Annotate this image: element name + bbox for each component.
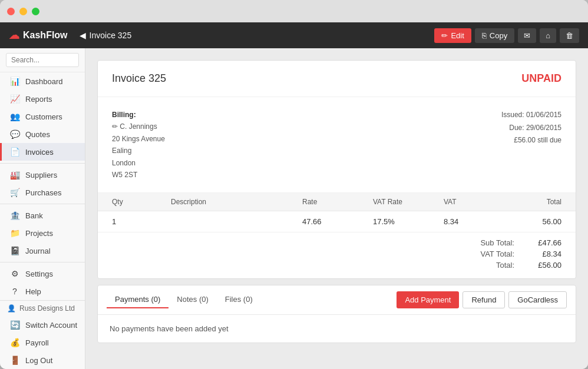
- payroll-icon: 💰: [9, 338, 21, 347]
- payments-tabs-bar: Payments (0) Notes (0) Files (0) Add Pay…: [98, 285, 576, 315]
- sidebar-bottom: 👤 Russ Designs Ltd 🔄 Switch Account 💰 Pa…: [0, 300, 85, 369]
- email-icon: ✉: [524, 31, 530, 40]
- billing-address4: W5 2ST: [112, 169, 165, 181]
- sidebar-item-dashboard[interactable]: 📊 Dashboard: [0, 72, 85, 90]
- total-row-final: Total: £56.00: [467, 261, 561, 270]
- search-input[interactable]: [6, 53, 79, 67]
- maximize-button[interactable]: [32, 8, 39, 15]
- delete-button[interactable]: 🗑: [560, 28, 579, 43]
- billing-address3: London: [112, 157, 165, 169]
- sidebar-divider-3: [0, 262, 85, 262]
- quotes-icon: 💬: [9, 129, 21, 139]
- subtotal-label: Sub Total:: [467, 238, 514, 247]
- payments-actions: Add Payment Refund GoCardless: [397, 291, 567, 308]
- invoice-card: Invoice 325 UNPAID Billing: ✏ C. Jenning…: [97, 60, 576, 279]
- invoices-icon: 📄: [9, 147, 21, 157]
- projects-icon: 📁: [9, 228, 21, 238]
- home-button[interactable]: ⌂: [540, 28, 556, 43]
- sidebar-item-purchases[interactable]: 🛒 Purchases: [0, 184, 85, 201]
- invoice-header: Invoice 325 UNPAID: [98, 61, 576, 97]
- tab-payments[interactable]: Payments (0): [107, 291, 169, 308]
- topbar: ☁ KashFlow ◀ Invoice 325 ✏ Edit ⎘ Copy ✉…: [0, 22, 588, 48]
- suppliers-icon: 🏭: [9, 170, 21, 179]
- cell-total: 56.00: [503, 217, 561, 226]
- back-button[interactable]: ◀: [80, 31, 86, 40]
- refund-button[interactable]: Refund: [463, 291, 505, 308]
- gocardless-button[interactable]: GoCardless: [508, 291, 567, 308]
- sidebar-item-logout[interactable]: 🚪 Log Out: [0, 351, 85, 369]
- settings-icon: ⚙: [9, 269, 21, 278]
- main-content: Invoice 325 UNPAID Billing: ✏ C. Jenning…: [85, 48, 588, 369]
- brand-icon: ☁: [9, 29, 19, 42]
- email-button[interactable]: ✉: [518, 28, 536, 43]
- brand-name: KashFlow: [23, 30, 68, 41]
- tab-files[interactable]: Files (0): [217, 291, 261, 308]
- sidebar-item-reports[interactable]: 📈 Reports: [0, 90, 85, 108]
- table-totals: Sub Total: £47.66 VAT Total: £8.34 Total…: [98, 232, 576, 278]
- journal-icon: 📓: [9, 246, 21, 255]
- cell-rate: 47.66: [302, 217, 373, 226]
- sidebar-item-bank[interactable]: 🏦 Bank: [0, 207, 85, 224]
- sidebar: 📊 Dashboard 📈 Reports 👥 Customers 💬 Quot…: [0, 48, 85, 369]
- col-total: Total: [503, 198, 561, 206]
- invoice-table: Qty Description Rate VAT Rate VAT Total …: [98, 193, 576, 278]
- tab-notes[interactable]: Notes (0): [169, 291, 216, 308]
- invoice-due: Due: 29/06/2015: [501, 122, 561, 135]
- topbar-actions: ✏ Edit ⎘ Copy ✉ ⌂ 🗑: [434, 28, 579, 43]
- cell-vat: 8.34: [444, 217, 503, 226]
- add-payment-button[interactable]: Add Payment: [397, 291, 459, 308]
- sidebar-divider-1: [0, 163, 85, 164]
- billing-address: Billing: ✏ C. Jennings 20 Kings Avenue E…: [112, 109, 165, 181]
- reports-icon: 📈: [9, 94, 21, 104]
- sidebar-item-switch-account[interactable]: 🔄 Switch Account: [0, 316, 85, 334]
- invoice-billing: Billing: ✏ C. Jennings 20 Kings Avenue E…: [98, 97, 576, 193]
- sidebar-item-invoices[interactable]: 📄 Invoices: [0, 143, 85, 161]
- edit-icon: ✏: [441, 31, 448, 40]
- total-value: £56.00: [526, 261, 561, 270]
- total-label: Total:: [467, 261, 514, 270]
- help-icon: ?: [9, 287, 21, 296]
- subtotal-value: £47.66: [526, 238, 561, 247]
- vat-total-label: VAT Total:: [467, 250, 514, 258]
- billing-name: ✏ C. Jennings: [112, 121, 165, 132]
- app-window: ☁ KashFlow ◀ Invoice 325 ✏ Edit ⎘ Copy ✉…: [0, 0, 588, 369]
- bank-icon: 🏦: [9, 211, 21, 220]
- copy-button[interactable]: ⎘ Copy: [475, 28, 514, 43]
- invoice-title: Invoice 325: [112, 72, 166, 85]
- table-row: 1 47.66 17.5% 8.34 56.00: [98, 211, 576, 232]
- sidebar-item-help[interactable]: ? Help: [0, 282, 85, 300]
- sidebar-item-journal[interactable]: 📓 Journal: [0, 242, 85, 260]
- edit-button[interactable]: ✏ Edit: [434, 28, 471, 43]
- minimize-button[interactable]: [19, 8, 27, 15]
- sidebar-divider-2: [0, 204, 85, 204]
- col-description: Description: [171, 198, 302, 206]
- sidebar-item-payroll[interactable]: 💰 Payroll: [0, 334, 85, 351]
- cell-qty: 1: [112, 217, 171, 226]
- back-icon: ◀: [80, 31, 86, 40]
- topbar-nav: ◀ Invoice 325: [80, 31, 435, 40]
- payments-card: Payments (0) Notes (0) Files (0) Add Pay…: [97, 285, 576, 343]
- close-button[interactable]: [7, 8, 15, 15]
- cell-description: [171, 217, 302, 226]
- titlebar: [0, 0, 588, 22]
- vat-total-value: £8.34: [526, 250, 561, 258]
- customers-icon: 👥: [9, 112, 21, 121]
- trash-icon: 🗑: [566, 31, 573, 40]
- col-rate: Rate: [302, 198, 373, 206]
- billing-address1: 20 Kings Avenue: [112, 133, 165, 145]
- vat-total-row: VAT Total: £8.34: [467, 250, 561, 258]
- dashboard-icon: 📊: [9, 77, 21, 86]
- col-vat: VAT: [444, 198, 503, 206]
- sidebar-user: 👤 Russ Designs Ltd: [0, 301, 85, 316]
- sidebar-item-projects[interactable]: 📁 Projects: [0, 224, 85, 242]
- sidebar-item-settings[interactable]: ⚙ Settings: [0, 265, 85, 282]
- sidebar-search-container: [0, 48, 85, 72]
- sidebar-item-customers[interactable]: 👥 Customers: [0, 108, 85, 125]
- page-title: Invoice 325: [90, 31, 132, 40]
- sidebar-item-quotes[interactable]: 💬 Quotes: [0, 125, 85, 143]
- user-icon: 👤: [7, 304, 16, 313]
- table-header: Qty Description Rate VAT Rate VAT Total: [98, 193, 576, 211]
- app-body: 📊 Dashboard 📈 Reports 👥 Customers 💬 Quot…: [0, 48, 588, 369]
- logout-icon: 🚪: [9, 355, 21, 365]
- sidebar-item-suppliers[interactable]: 🏭 Suppliers: [0, 166, 85, 184]
